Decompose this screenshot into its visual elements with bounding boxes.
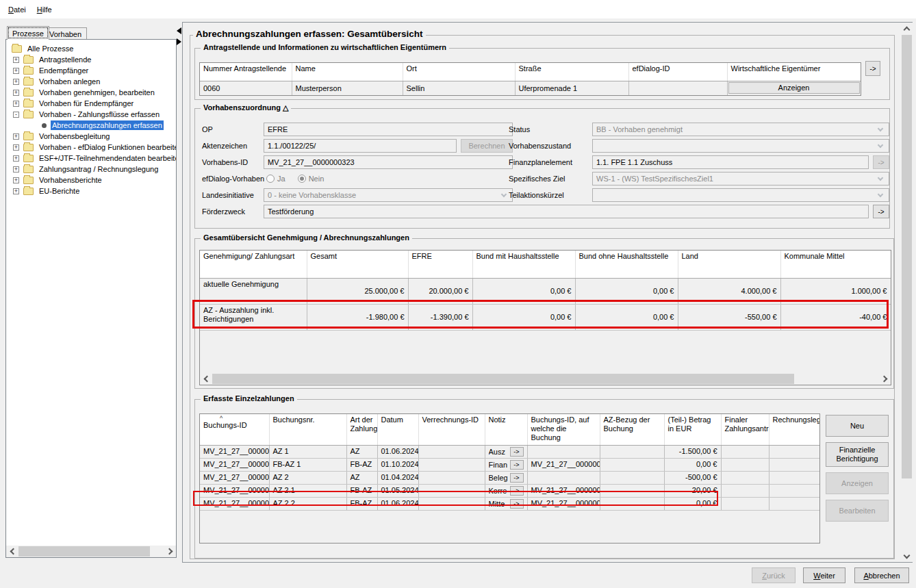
expander-plus-icon[interactable]: + xyxy=(13,57,19,63)
bearbeiten-button[interactable]: Bearbeiten xyxy=(826,500,889,522)
col-header-finaler-zahlungsantrag[interactable]: Finaler Zahlungsantrag xyxy=(721,414,769,445)
tree-item-vorhabensbegleitung[interactable]: + Vorhabensbegleitung xyxy=(6,131,176,142)
spezifisches-ziel-select[interactable]: WS-1 - (WS) TestSpezifischesZiel1 xyxy=(592,172,889,186)
cell-rechnungslegung xyxy=(769,497,819,510)
applicant-detail-arrow-button[interactable]: -> xyxy=(865,61,880,76)
menu-hilfe[interactable]: Hilfe xyxy=(31,3,58,16)
tree-item-antragstellende[interactable]: + Antragstellende xyxy=(6,54,176,65)
payment-row[interactable]: MV_21_27__00000003 FB-AZ 1 FB-AZ 01.10.2… xyxy=(200,458,819,471)
collapse-right-icon[interactable] xyxy=(177,38,181,45)
scrollbar-thumb[interactable] xyxy=(902,35,912,478)
notiz-detail-button[interactable]: -> xyxy=(510,486,524,496)
scroll-down-button[interactable] xyxy=(901,550,913,562)
splitter[interactable] xyxy=(177,22,182,563)
finanzplanelement-field[interactable]: 1.1. FPE 1.1 Zuschuss xyxy=(592,155,869,169)
col-header-buchungs-id-auf-welche[interactable]: Buchungs-ID, auf welche die Buchung xyxy=(527,414,600,445)
cell-efdialog-id xyxy=(628,81,727,95)
expander-plus-icon[interactable]: + xyxy=(13,188,19,194)
payment-row-highlighted[interactable]: MV_21_27__00000003 AZ 2.2 FB-AZ 01.06.20… xyxy=(200,497,819,510)
expander-plus-icon[interactable]: + xyxy=(13,68,19,74)
collapse-left-icon[interactable] xyxy=(177,27,181,34)
col-header-buchungsnr[interactable]: Buchungsnr. xyxy=(269,414,346,445)
col-header-notiz[interactable]: Notiz xyxy=(485,414,527,445)
landesinitiative-select[interactable]: 0 - keine Vorhabensklasse xyxy=(264,188,513,202)
scroll-left-button[interactable] xyxy=(6,546,18,557)
scrollbar-thumb[interactable] xyxy=(212,374,794,384)
tab-prozesse[interactable]: Prozesse xyxy=(7,26,49,40)
payment-row[interactable]: MV_21_27__00000003 AZ 1 AZ 01.06.2024 Au… xyxy=(200,445,819,458)
expander-plus-icon[interactable]: + xyxy=(13,101,19,107)
scroll-left-button[interactable] xyxy=(200,373,212,385)
aktenzeichen-field[interactable]: 1.1./00122/25/ xyxy=(264,139,457,153)
col-header-teil-betrag[interactable]: (Teil-) Betrag in EUR xyxy=(664,414,721,445)
menu-datei[interactable]: Datei xyxy=(3,3,31,16)
col-header-rechnungslegung[interactable]: Rechnungslegung xyxy=(769,414,819,445)
berechnen-button[interactable]: Berechnen xyxy=(461,139,513,153)
scroll-right-button[interactable] xyxy=(879,373,891,385)
col-header-verrechnungs-id[interactable]: Verrechnungs-ID xyxy=(418,414,485,445)
radio-ja[interactable] xyxy=(266,175,275,183)
op-field[interactable]: EFRE xyxy=(264,123,513,136)
notiz-detail-button[interactable]: -> xyxy=(510,499,524,509)
expander-plus-icon[interactable]: + xyxy=(13,133,19,140)
tree-item-alle-prozesse[interactable]: Alle Prozesse xyxy=(6,43,176,54)
foerderzweck-field[interactable]: Testförderung xyxy=(264,205,869,218)
payment-row[interactable]: MV_21_27__00000003 AZ 2 AZ 01.04.2024 Be… xyxy=(200,471,819,484)
vorhabenszustand-select[interactable] xyxy=(592,139,889,153)
notiz-detail-button[interactable]: -> xyxy=(510,447,524,457)
tree-item-efdialog-funktionen[interactable]: + Vorhaben - efDialog Funktionen bearbei… xyxy=(6,142,176,153)
status-select[interactable]: BB - Vorhaben genehmigt xyxy=(592,123,889,136)
overview-row-genehmigung[interactable]: aktuelle Genehmigung 25.000,00 € 20.000,… xyxy=(200,278,891,304)
tree-item-vorhaben-endempfaenger[interactable]: + Vorhaben für Endempfänger xyxy=(6,98,176,109)
payment-row[interactable]: MV_21_27__00000003 AZ 2.1 FB-AZ 01.05.20… xyxy=(200,484,819,497)
foerderzweck-arrow-button[interactable]: -> xyxy=(873,205,889,218)
expander-plus-icon[interactable]: + xyxy=(13,177,19,183)
finanzielle-berichtigung-button[interactable]: Finanzielle Berichtigung xyxy=(826,442,889,467)
cell-buchungsnr: AZ 1 xyxy=(269,445,346,458)
tree-item-abrechnungszahlungen[interactable]: Abrechnungszahlungen erfassen xyxy=(6,120,176,131)
tree-item-zahlungsfluesse[interactable]: - Vorhaben - Zahlungsflüsse erfassen xyxy=(6,109,176,120)
tree-horizontal-scrollbar[interactable] xyxy=(6,546,176,557)
col-header-art-der-zahlung[interactable]: Art der Zahlung xyxy=(346,414,377,445)
cell-finaler-zahlungsantrag xyxy=(721,458,769,471)
finanzplanelement-arrow-button[interactable]: -> xyxy=(873,155,889,169)
tree-item-zahlungsantrag[interactable]: + Zahlungsantrag / Rechnungslegung xyxy=(6,164,176,175)
col-header-az-bezug[interactable]: AZ-Bezug der Buchung xyxy=(600,414,664,445)
expander-plus-icon[interactable]: + xyxy=(13,144,19,151)
tree-item-vorhaben-anlegen[interactable]: + Vorhaben anlegen xyxy=(6,76,176,87)
teilaktionskuerzel-select[interactable] xyxy=(592,188,889,202)
expander-plus-icon[interactable]: + xyxy=(13,90,19,96)
main-vertical-scrollbar[interactable] xyxy=(901,23,913,562)
notiz-detail-button[interactable]: -> xyxy=(510,473,524,483)
tree-item-esf-jtf-daten[interactable]: + ESF+/JTF-Teilnehmendendaten bearbeiten xyxy=(6,153,176,164)
cell-betrag: 0,00 € xyxy=(664,458,721,471)
scroll-up-button[interactable] xyxy=(901,23,913,34)
expander-plus-icon[interactable]: + xyxy=(13,166,19,172)
weiter-button[interactable]: Weiter xyxy=(803,567,845,583)
tree-item-vorhaben-genehmigen[interactable]: + Vorhaben genehmigen, bearbeiten xyxy=(6,87,176,98)
anzeigen-eigentuemer-button[interactable]: Anzeigen xyxy=(728,82,860,94)
tree-item-vorhabensberichte[interactable]: + Vorhabensberichte xyxy=(6,175,176,186)
expander-minus-icon[interactable]: - xyxy=(13,112,19,118)
tree-item-eu-berichte[interactable]: + EU-Berichte xyxy=(6,186,176,196)
scroll-right-button[interactable] xyxy=(164,546,176,557)
tab-vorhaben[interactable]: Vorhaben xyxy=(44,27,87,40)
cell-betrag: -500,00 € xyxy=(664,471,721,484)
anzeigen-button[interactable]: Anzeigen xyxy=(826,472,889,494)
zurueck-button[interactable]: Zurück xyxy=(752,567,796,583)
neu-button[interactable]: Neu xyxy=(826,415,889,437)
col-header-buchungs-id[interactable]: ^Buchungs-ID xyxy=(200,414,269,445)
vorhabens-id-field[interactable]: MV_21_27__0000000323 xyxy=(264,155,513,169)
abbrechen-button[interactable]: Abbrechen xyxy=(854,567,909,583)
notiz-detail-button[interactable]: -> xyxy=(510,460,524,470)
overview-horizontal-scrollbar[interactable] xyxy=(200,373,891,385)
radio-nein[interactable] xyxy=(298,175,306,183)
scrollbar-thumb[interactable] xyxy=(18,546,150,557)
expander-plus-icon[interactable]: + xyxy=(13,155,19,162)
applicant-row[interactable]: 0060 Musterperson Sellin Uferpromenade 1… xyxy=(200,81,861,95)
cell-verrechnungs-id xyxy=(418,497,485,510)
overview-row-auszahlung[interactable]: AZ - Auszahlung inkl. Berichtigungen -1.… xyxy=(200,304,891,330)
expander-plus-icon[interactable]: + xyxy=(13,79,19,85)
col-header-datum[interactable]: Datum xyxy=(377,414,418,445)
tree-item-endempfaenger[interactable]: + Endempfänger xyxy=(6,65,176,76)
